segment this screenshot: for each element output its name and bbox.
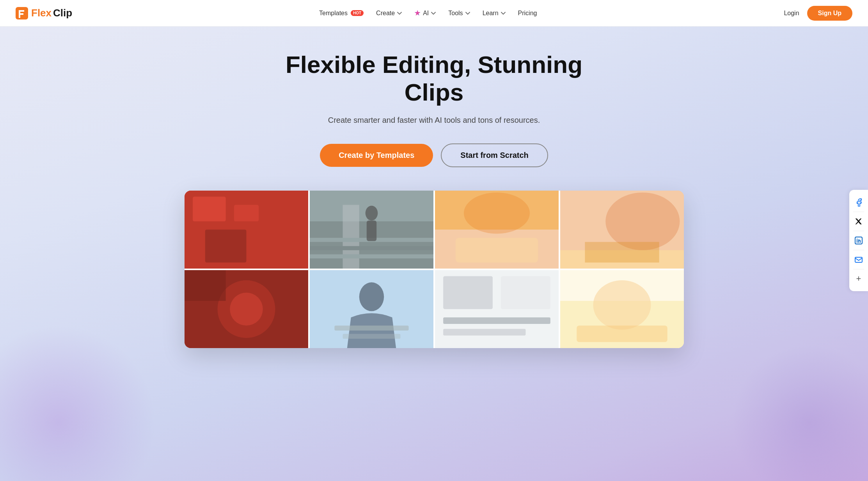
svg-rect-33	[443, 317, 550, 324]
svg-rect-32	[501, 276, 550, 309]
nav-pricing-label: Pricing	[518, 10, 537, 17]
chevron-down-icon	[501, 12, 506, 15]
gallery-preview	[185, 191, 684, 348]
svg-point-11	[365, 205, 378, 220]
hero-section: Flexible Editing, Stunning Clips Create …	[0, 0, 868, 481]
svg-rect-4	[205, 230, 246, 263]
logo-text-flex: Flex	[31, 7, 51, 19]
gallery-cell-1-inner	[185, 191, 308, 269]
gallery-cell-6	[310, 270, 433, 348]
svg-point-19	[605, 192, 680, 250]
svg-point-37	[593, 280, 651, 330]
navbar: FlexClip Templates HOT Create AI Tools L…	[0, 0, 868, 27]
nav-item-create[interactable]: Create	[376, 10, 402, 17]
gallery-cell-5-inner	[185, 270, 308, 348]
create-by-templates-button[interactable]: Create by Templates	[320, 144, 433, 167]
social-sidebar: +	[849, 190, 868, 291]
gallery-cell-8	[560, 270, 684, 348]
gallery-cell-1	[185, 191, 308, 269]
svg-rect-7	[343, 205, 359, 268]
nav-create-label: Create	[376, 10, 395, 17]
linkedin-share-button[interactable]	[849, 231, 868, 250]
start-from-scratch-button[interactable]: Start from Scratch	[441, 143, 548, 167]
hero-buttons: Create by Templates Start from Scratch	[320, 143, 548, 167]
gallery-cell-5	[185, 270, 308, 348]
nav-links: Templates HOT Create AI Tools Learn Pric…	[319, 10, 537, 17]
gallery-cell-7-inner	[435, 270, 559, 348]
svg-rect-2	[193, 196, 226, 221]
nav-item-ai[interactable]: AI	[414, 10, 436, 17]
nav-auth: Login Sign Up	[784, 6, 852, 21]
plus-icon: +	[856, 274, 861, 284]
gallery-cell-3-inner	[435, 191, 559, 269]
more-share-button[interactable]: +	[849, 269, 868, 288]
gallery-cell-2-inner	[310, 191, 433, 269]
nav-learn-label: Learn	[483, 10, 499, 17]
chevron-down-icon	[431, 12, 436, 15]
svg-rect-24	[185, 270, 226, 301]
svg-rect-31	[443, 276, 493, 309]
ai-sparkle-icon	[414, 10, 421, 16]
logo[interactable]: FlexClip	[16, 7, 72, 19]
gallery-cell-8-inner	[560, 270, 684, 348]
logo-icon	[16, 7, 28, 19]
svg-rect-20	[585, 242, 659, 262]
nav-templates-label: Templates	[319, 10, 348, 17]
svg-point-27	[359, 282, 383, 311]
gallery-cell-3	[435, 191, 559, 269]
chevron-down-icon	[465, 12, 470, 15]
svg-rect-9	[310, 246, 433, 250]
chevron-down-icon	[397, 12, 402, 15]
hot-badge: HOT	[351, 10, 364, 16]
svg-rect-38	[577, 325, 667, 342]
email-share-button[interactable]	[849, 250, 868, 269]
gallery-cell-6-inner	[310, 270, 433, 348]
nav-item-templates[interactable]: Templates HOT	[319, 10, 364, 17]
svg-rect-34	[443, 329, 525, 335]
gallery-cell-7	[435, 270, 559, 348]
gallery-cell-4-inner	[560, 191, 684, 269]
gallery-cell-2	[310, 191, 433, 269]
gallery-cell-4	[560, 191, 684, 269]
svg-point-15	[463, 192, 529, 233]
svg-rect-29	[343, 334, 400, 339]
nav-tools-label: Tools	[448, 10, 463, 17]
nav-item-tools[interactable]: Tools	[448, 10, 470, 17]
svg-rect-16	[455, 238, 538, 262]
svg-point-23	[230, 292, 263, 325]
svg-rect-3	[234, 205, 258, 221]
nav-item-pricing[interactable]: Pricing	[518, 10, 537, 17]
svg-rect-12	[366, 220, 376, 241]
hero-subtitle: Create smarter and faster with AI tools …	[328, 116, 540, 125]
hero-title: Flexible Editing, Stunning Clips	[259, 51, 610, 106]
facebook-share-button[interactable]	[849, 193, 868, 212]
nav-item-learn[interactable]: Learn	[483, 10, 506, 17]
login-button[interactable]: Login	[784, 10, 799, 17]
svg-rect-40	[855, 257, 862, 262]
nav-ai-label: AI	[423, 10, 429, 17]
logo-text-clip: Clip	[53, 7, 72, 19]
svg-rect-10	[310, 254, 433, 258]
svg-rect-28	[334, 325, 408, 331]
gallery-grid	[185, 191, 684, 348]
twitter-share-button[interactable]	[849, 212, 868, 231]
signup-button[interactable]: Sign Up	[807, 6, 852, 21]
